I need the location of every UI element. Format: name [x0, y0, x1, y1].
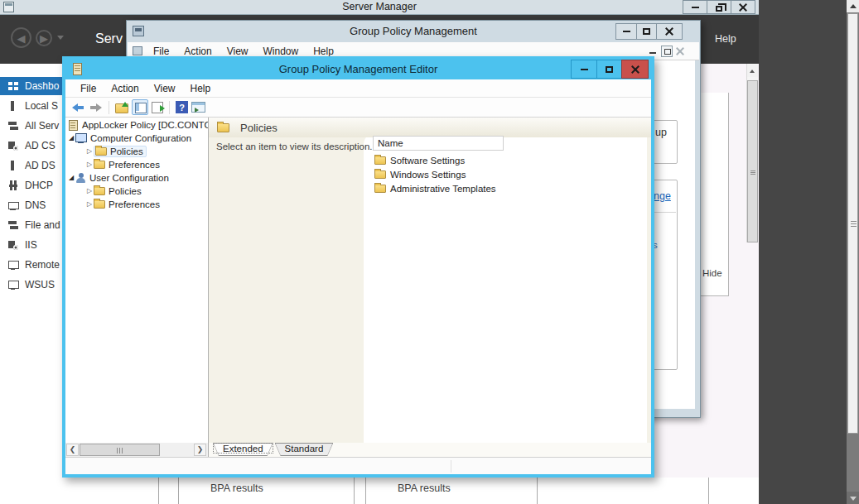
expander-collapsed-icon[interactable]	[85, 145, 94, 158]
desktop-vertical-scrollbar[interactable]	[847, 0, 859, 504]
console-tree: AppLocker Policy [DC.CONTOS Computer Con…	[65, 118, 209, 443]
sidebar-item-all-servers[interactable]: All Serv	[0, 117, 66, 135]
close-icon[interactable]	[676, 47, 684, 55]
close-button[interactable]	[621, 60, 649, 79]
restore-icon[interactable]	[661, 46, 673, 57]
tab-extended[interactable]: Extended	[213, 443, 273, 456]
scrollbar-thumb[interactable]	[747, 80, 758, 242]
file-storage-icon	[7, 219, 19, 231]
tree-horizontal-scrollbar[interactable]: ❮ ❯	[65, 443, 209, 457]
bpa-results-left: BPA results	[210, 482, 263, 494]
gpme-title: Group Policy Management Editor	[65, 63, 651, 75]
folder-icon	[217, 123, 229, 132]
menu-help[interactable]: Help	[715, 33, 736, 45]
tree-item-policies[interactable]: Policies	[65, 145, 208, 158]
content-scrollbar[interactable]	[746, 64, 758, 242]
minimize-button[interactable]	[683, 0, 707, 14]
dashboard-tile-fragment: Hide	[701, 93, 729, 296]
scroll-up-icon[interactable]	[847, 0, 859, 12]
sidebar-item-remote-desktop[interactable]: Remote	[0, 256, 66, 274]
forward-arrow-icon[interactable]: ▶	[36, 30, 52, 46]
show-console-tree-icon[interactable]	[132, 99, 148, 115]
server-manager-titlebar[interactable]: Server Manager	[0, 0, 759, 15]
results-description: Select an item to view its description.	[216, 142, 373, 151]
scroll-right-icon[interactable]: ❯	[194, 444, 206, 456]
gpm-title: Group Policy Management	[127, 25, 700, 37]
tree-item-user-configuration[interactable]: User Configuration	[65, 171, 208, 185]
restore-button[interactable]	[707, 0, 731, 14]
dashboard-icon	[7, 80, 19, 92]
list-item-administrative-templates[interactable]: Administrative Templates	[374, 182, 496, 194]
back-arrow-icon[interactable]: ◀	[11, 27, 31, 48]
folder-icon	[94, 200, 105, 209]
mdi-child-controls	[648, 46, 684, 57]
folder-icon	[374, 185, 386, 193]
sidebar-item-wsus[interactable]: WSUS	[0, 276, 66, 294]
sidebar-item-ad-cs[interactable]: AD CS	[0, 137, 66, 155]
forward-arrow-icon[interactable]	[89, 103, 103, 113]
user-icon	[75, 173, 86, 184]
sidebar-item-local-server[interactable]: Local S	[0, 97, 66, 115]
ad-ds-icon	[7, 160, 19, 171]
scroll-up-icon[interactable]	[747, 65, 758, 77]
minimize-icon[interactable]	[648, 46, 658, 56]
scrollbar-thumb[interactable]	[80, 444, 160, 456]
bpa-results-strip: BPA results BPA results	[0, 478, 759, 504]
menu-help[interactable]: Help	[183, 81, 219, 96]
maximize-button[interactable]	[636, 23, 657, 40]
status-bar	[65, 457, 651, 474]
tree-item-preferences-user[interactable]: Preferences	[65, 198, 208, 211]
close-button[interactable]	[656, 23, 683, 40]
tree-item-policies-user[interactable]: Policies	[65, 185, 208, 198]
chevron-down-icon[interactable]	[57, 36, 64, 40]
expander-collapsed-icon[interactable]	[85, 198, 94, 211]
scroll-left-icon[interactable]: ❮	[66, 444, 79, 456]
gpm-titlebar[interactable]: Group Policy Management	[127, 21, 700, 42]
tree-item-gpo-root[interactable]: AppLocker Policy [DC.CONTOS	[65, 118, 208, 132]
ad-cs-icon	[7, 140, 19, 151]
folder-icon	[374, 156, 386, 165]
column-header-name[interactable]: Name	[373, 136, 504, 151]
folder-icon	[374, 170, 386, 179]
gpme-titlebar[interactable]: Group Policy Management Editor	[65, 60, 651, 79]
list-item-windows-settings[interactable]: Windows Settings	[374, 168, 466, 180]
toolbar-separator	[169, 101, 170, 114]
minimize-button[interactable]	[571, 60, 597, 79]
sidebar-item-dashboard[interactable]: Dashbo	[0, 77, 66, 95]
sidebar-item-dhcp[interactable]: DHCP	[0, 176, 66, 194]
scroll-down-icon[interactable]	[847, 492, 859, 504]
local-server-icon	[7, 100, 19, 112]
up-one-level-folder-icon[interactable]	[115, 102, 128, 113]
expander-expanded-icon[interactable]	[67, 132, 75, 145]
expander-collapsed-icon[interactable]	[85, 185, 94, 198]
partial-link[interactable]: nge	[654, 190, 671, 202]
tree-item-preferences[interactable]: Preferences	[65, 158, 208, 171]
maximize-button[interactable]	[596, 60, 622, 79]
tree-item-computer-configuration[interactable]: Computer Configuration	[65, 132, 208, 145]
close-button[interactable]	[731, 0, 755, 14]
show-new-window-icon[interactable]	[191, 102, 205, 113]
expander-collapsed-icon[interactable]	[85, 158, 94, 171]
menu-view[interactable]: View	[147, 81, 183, 96]
sidebar-item-dns[interactable]: DNS	[0, 196, 66, 214]
dns-icon	[7, 199, 19, 211]
results-header-title: Policies	[240, 122, 277, 134]
back-arrow-icon[interactable]	[71, 103, 85, 113]
list-item-software-settings[interactable]: Software Settings	[374, 154, 465, 166]
hide-button[interactable]: Hide	[702, 268, 722, 278]
help-icon[interactable]: ?	[176, 101, 188, 113]
tab-standard[interactable]: Standard	[275, 443, 334, 456]
folder-icon	[95, 147, 107, 156]
expander-expanded-icon[interactable]	[67, 171, 75, 185]
export-list-icon[interactable]	[152, 102, 163, 113]
sidebar-item-ad-ds[interactable]: AD DS	[0, 156, 66, 175]
sidebar-item-file-storage[interactable]: File and	[0, 216, 66, 234]
minimize-button[interactable]	[615, 23, 637, 40]
remote-desktop-icon	[7, 259, 19, 271]
scrollbar-thumb[interactable]	[847, 13, 858, 434]
menu-file[interactable]: File	[73, 81, 104, 96]
sidebar: Dashbo Local S All Serv AD CS AD DS DHCP…	[0, 64, 66, 504]
sidebar-item-iis[interactable]: IIS	[0, 236, 66, 254]
menu-action[interactable]: Action	[104, 81, 146, 96]
wsus-icon	[7, 279, 19, 290]
